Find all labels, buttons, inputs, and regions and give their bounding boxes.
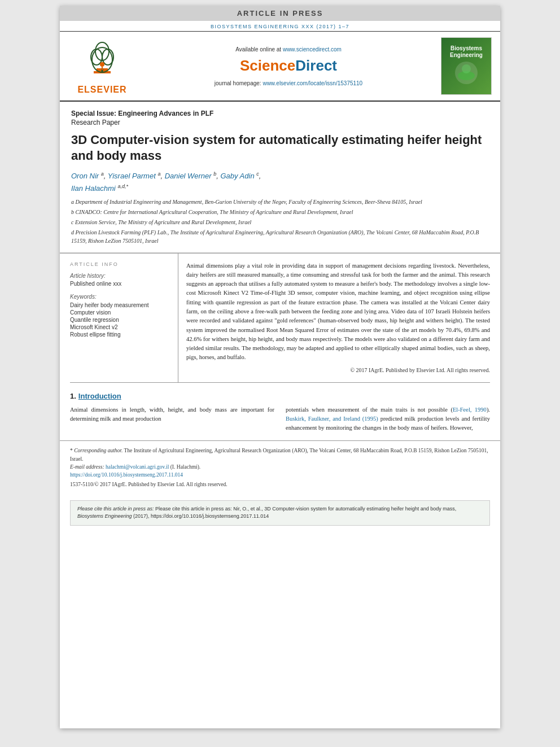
- cite-please: Please cite this article in press as: Pl…: [77, 506, 456, 519]
- footnote-corresponding: * Corresponding author. The Institute of…: [70, 447, 490, 463]
- affil-a: a Department of Industrial Engineering a…: [71, 198, 489, 206]
- sciencedirect-logo: ScienceDirect: [240, 57, 337, 75]
- aip-text: ARTICLE IN PRESS: [237, 9, 323, 18]
- article-title: 3D Computer-vision system for automatica…: [71, 132, 489, 163]
- svg-point-11: [462, 64, 471, 73]
- two-col-section: ARTICLE INFO Article history: Published …: [60, 253, 500, 382]
- intro-columns: Animal dimensions in length, width, heig…: [70, 405, 490, 433]
- ref-buskirk: Buskirk, Faulkner, and Ireland (1995): [286, 416, 378, 422]
- published-online: Published online xxx: [70, 281, 170, 287]
- authors-line1: Oron Nir a, Yisrael Parmet a, Daniel Wer…: [71, 171, 489, 180]
- intro-left: Animal dimensions in length, width, heig…: [70, 405, 274, 433]
- affil-c: c Extension Service, The Ministry of Agr…: [71, 218, 489, 226]
- author-ilan-halachmi: Ilan Halachmi: [71, 185, 116, 193]
- special-issue: Special Issue: Engineering Advances in P…: [71, 110, 489, 117]
- abstract-text: Animal dimensions play a vital role in p…: [186, 261, 490, 362]
- elsevier-tree-icon: [80, 37, 125, 82]
- cite-journal: Biosystems Engineering: [77, 513, 132, 519]
- abstract-copyright: © 2017 IAgrE. Published by Elsevier Ltd.…: [186, 366, 490, 374]
- journal-bar: BIOSYSTEMS ENGINEERING XXX (2017) 1–7: [60, 21, 500, 32]
- authors-line2: Ilan Halachmi a,d,*: [71, 184, 489, 193]
- doi-line: https://doi.org/10.1016/j.biosystemseng.…: [70, 471, 490, 479]
- keywords-list: Dairy heifer body measurement Computer v…: [70, 302, 170, 338]
- article-info-title: ARTICLE INFO: [70, 261, 170, 267]
- footnote-email: E-mail address: halachmi@volcani.agri.go…: [70, 463, 490, 471]
- section-number: 1.: [70, 392, 76, 400]
- keyword-4: Microsoft Kinect v2: [70, 324, 170, 330]
- article-page: ARTICLE IN PRESS BIOSYSTEMS ENGINEERING …: [60, 6, 500, 728]
- meat-word: meat: [123, 416, 134, 422]
- author-yisrael-parmet: Yisrael Parmet: [108, 172, 156, 180]
- keyword-2: Computer vision: [70, 309, 170, 316]
- corresponding-star: * Corresponding author.: [70, 448, 123, 453]
- svg-point-7: [100, 62, 104, 67]
- journal-homepage: journal homepage: www.elsevier.com/locat…: [215, 80, 362, 86]
- article-info-col: ARTICLE INFO Article history: Published …: [60, 254, 178, 382]
- affil-b: b CINADCO: Centre for International Agri…: [71, 208, 489, 216]
- section-title: Introduction: [78, 392, 121, 400]
- aip-banner: ARTICLE IN PRESS: [60, 6, 500, 21]
- elsevier-text: ELSEVIER: [77, 85, 126, 95]
- rights-line: 1537-5110/© 2017 IAgrE. Published by Els…: [70, 480, 490, 488]
- email-label: E-mail address:: [70, 464, 106, 470]
- abstract-col: Animal dimensions play a vital role in p…: [178, 254, 500, 382]
- journal-citation: BIOSYSTEMS ENGINEERING XXX (2017) 1–7: [211, 24, 349, 29]
- email-suffix: (I. Halachmi).: [170, 464, 201, 470]
- header-area: ELSEVIER Available online at www.science…: [60, 32, 500, 102]
- header-center: Available online at www.sciencedirect.co…: [142, 37, 435, 95]
- cover-title-text: Biosystems Engineering: [444, 45, 488, 59]
- keyword-3: Quantile regression: [70, 317, 170, 323]
- author-oron-nir: Oron Nir: [71, 172, 99, 180]
- footnote-area: * Corresponding author. The Institute of…: [60, 440, 500, 494]
- author-daniel-werner: Daniel Werner: [165, 172, 212, 180]
- intro-section: 1. Introduction Animal dimensions in len…: [60, 383, 500, 441]
- ref-elfeel: El-Feel, 1990: [453, 407, 487, 413]
- intro-left-text: Animal dimensions in length, width, heig…: [70, 407, 274, 422]
- keyword-1: Dairy heifer body measurement: [70, 302, 170, 308]
- sciencedirect-url[interactable]: www.sciencedirect.com: [283, 46, 342, 53]
- article-history-label: Article history:: [70, 273, 170, 279]
- elsevier-logo: ELSEVIER: [68, 37, 136, 95]
- title-section: Special Issue: Engineering Advances in P…: [60, 102, 500, 253]
- cover-graphic: [449, 59, 483, 87]
- email-link[interactable]: halachmi@volcani.agri.gov.il: [106, 464, 169, 470]
- keyword-5: Robust ellipse fitting: [70, 331, 170, 338]
- keywords-label: Keywords:: [70, 294, 170, 300]
- journal-homepage-url[interactable]: www.elsevier.com/locate/issn/15375110: [262, 80, 362, 86]
- section-header: 1. Introduction: [70, 391, 490, 401]
- citation-box: Please cite this article in press as: Pl…: [70, 500, 490, 526]
- affil-d: d Precision Livestock Farming (PLF) Lab.…: [71, 228, 489, 245]
- research-paper-label: Research Paper: [71, 119, 489, 126]
- intro-right: potentials when measurement of the main …: [286, 405, 490, 433]
- affiliations: a Department of Industrial Engineering a…: [71, 198, 489, 245]
- available-online: Available online at www.sciencedirect.co…: [235, 46, 342, 53]
- biosystems-cover: Biosystems Engineering: [441, 37, 492, 95]
- corresponding-address: The Institute of Agricultural Engineerin…: [70, 448, 488, 461]
- doi-link[interactable]: https://doi.org/10.1016/j.biosystemseng.…: [70, 472, 183, 478]
- author-gaby-adin: Gaby Adin: [220, 172, 254, 180]
